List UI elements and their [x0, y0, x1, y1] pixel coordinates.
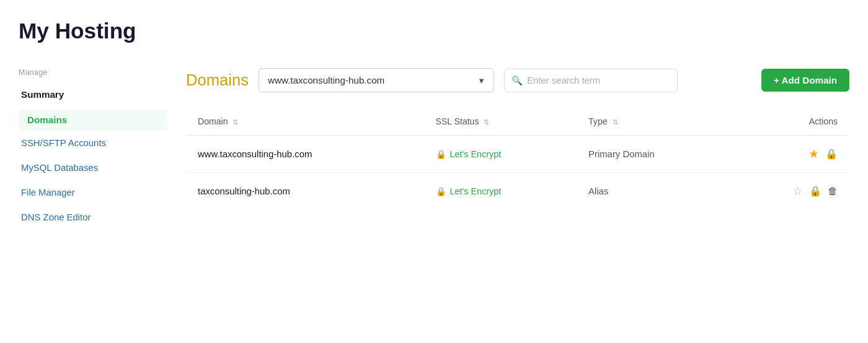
sort-icon-ssl[interactable]: ⇅ — [484, 118, 489, 126]
actions-cell: ☆ 🔒 🗑 — [742, 184, 838, 198]
sidebar-item-ssh[interactable]: SSH/SFTP Accounts — [19, 133, 167, 153]
sidebar-item-mysql[interactable]: MySQL Databases — [19, 158, 167, 178]
ssl-link[interactable]: Let's Encrypt — [450, 186, 502, 196]
ssl-badge: 🔒 Let's Encrypt — [436, 186, 502, 196]
column-header-domain: Domain ⇅ — [187, 108, 425, 136]
sort-icon-domain[interactable]: ⇅ — [232, 118, 238, 126]
content-area: Domains www.taxconsulting-hub.com ▼ 🔍 + … — [167, 68, 849, 232]
domain-type: Alias — [588, 186, 608, 196]
search-input[interactable] — [504, 69, 678, 92]
lock-icon[interactable]: 🔒 — [825, 148, 838, 160]
search-icon: 🔍 — [512, 75, 523, 85]
domains-table: Domain ⇅ SSL Status ⇅ Type ⇅ Actions — [186, 107, 849, 210]
actions-cell: ★ 🔒 — [742, 147, 838, 161]
star-filled-icon[interactable]: ★ — [808, 147, 819, 161]
lock-green-icon: 🔒 — [436, 149, 446, 159]
sidebar-item-file-manager[interactable]: File Manager — [19, 183, 167, 202]
lock-icon[interactable]: 🔒 — [809, 185, 822, 197]
domains-header: Domains www.taxconsulting-hub.com ▼ 🔍 + … — [186, 68, 849, 92]
table-row: taxconsulting-hub.com 🔒 Let's Encrypt Al… — [187, 173, 849, 210]
search-wrapper: 🔍 — [504, 69, 678, 92]
trash-icon[interactable]: 🗑 — [828, 186, 838, 197]
ssl-badge: 🔒 Let's Encrypt — [436, 149, 502, 159]
sidebar-manage-label: Manage — [19, 68, 167, 77]
sidebar-item-summary[interactable]: Summary — [19, 84, 167, 105]
domain-type: Primary Domain — [588, 149, 655, 159]
lock-green-icon: 🔒 — [436, 186, 446, 196]
domain-name: www.taxconsulting-hub.com — [198, 149, 312, 159]
domain-select-wrapper: www.taxconsulting-hub.com ▼ — [259, 68, 494, 92]
domains-title: Domains — [186, 71, 249, 89]
column-header-ssl: SSL Status ⇅ — [425, 108, 577, 136]
column-header-actions: Actions — [731, 108, 849, 136]
table-row: www.taxconsulting-hub.com 🔒 Let's Encryp… — [187, 136, 849, 173]
domain-select[interactable]: www.taxconsulting-hub.com — [259, 68, 494, 92]
ssl-link[interactable]: Let's Encrypt — [450, 149, 502, 159]
sort-icon-type[interactable]: ⇅ — [613, 118, 618, 126]
sidebar-item-domains[interactable]: Domains — [27, 115, 67, 125]
domain-name: taxconsulting-hub.com — [198, 186, 290, 196]
star-empty-icon[interactable]: ☆ — [792, 184, 803, 198]
page-title: My Hosting — [19, 19, 849, 43]
sidebar-item-dns[interactable]: DNS Zone Editor — [19, 207, 167, 227]
sidebar: Manage Summary Domains SSH/SFTP Accounts… — [19, 68, 167, 232]
column-header-type: Type ⇅ — [577, 108, 731, 136]
add-domain-button[interactable]: + Add Domain — [761, 69, 849, 92]
